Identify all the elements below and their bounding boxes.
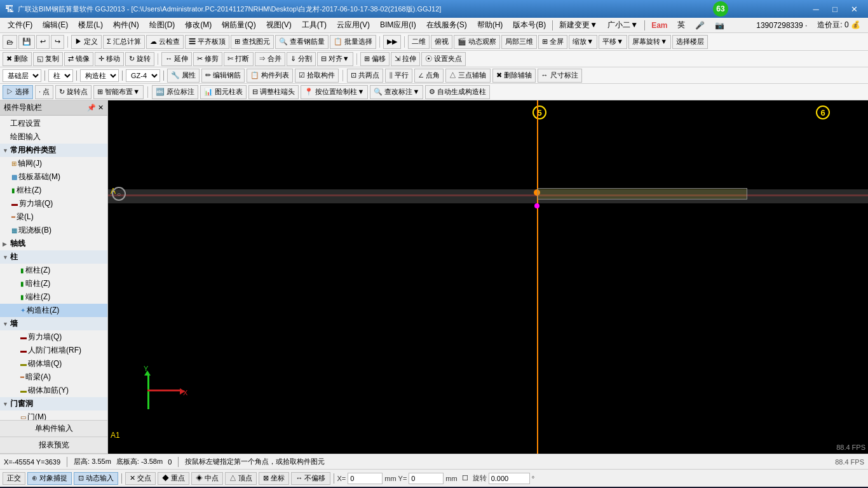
sidebar-item-masonryrebar[interactable]: ▬ 砌体加筋(Y)	[0, 384, 107, 397]
intersection-button[interactable]: ✕ 交点	[125, 472, 156, 485]
rotate-point-button[interactable]: ↻ 旋转点	[55, 85, 92, 99]
dynamic-view-button[interactable]: 🎬 动态观察	[454, 35, 500, 49]
menu-comp[interactable]: 构件(N)	[108, 18, 144, 32]
sidebar-item-beam[interactable]: ━ 梁(L)	[0, 210, 107, 224]
pick-comp-button[interactable]: ☑ 拾取构件	[295, 69, 339, 83]
split-button[interactable]: ⇓ 分割	[287, 52, 316, 66]
sidebar-section-axis[interactable]: ▶ 轴线	[0, 237, 107, 250]
cloud-check-button[interactable]: ☁ 云检查	[146, 35, 184, 49]
menu-floor[interactable]: 楼层(L)	[73, 18, 108, 32]
sidebar-section-wall[interactable]: ▼ 墙	[0, 317, 107, 330]
sidebar-item-structcol[interactable]: ✦ 构造柱(Z)	[0, 304, 107, 317]
menu-photo[interactable]: 📷	[710, 20, 729, 31]
sidebar-item-shearwall[interactable]: ▬ 剪力墙(Q)	[0, 197, 107, 210]
mirror-button[interactable]: ⇄ 镜像	[64, 52, 93, 66]
save-button[interactable]: 💾	[18, 35, 35, 49]
col-table-button[interactable]: 📊 图元柱表	[200, 85, 247, 99]
pan-button[interactable]: 平移▼	[599, 35, 627, 49]
minimize-button[interactable]: ─	[807, 2, 825, 16]
sidebar-section-doorwin[interactable]: ▼ 门窗洞	[0, 397, 107, 410]
menu-version[interactable]: 版本号(B)	[508, 18, 551, 32]
rotate-input[interactable]	[489, 473, 530, 484]
redo-button[interactable]: ↪	[51, 35, 64, 49]
comp-id-select[interactable]: GZ-4	[126, 69, 160, 82]
sidebar-item-endcol[interactable]: ▮ 端柱(Z)	[0, 290, 107, 304]
sidebar-item-hidbeam[interactable]: ━ 暗梁(A)	[0, 370, 107, 384]
menu-online[interactable]: 在线服务(S)	[421, 18, 472, 32]
menu-modify[interactable]: 修改(M)	[180, 18, 217, 32]
extend-button[interactable]: ↔ 延伸	[161, 52, 192, 66]
orthogonal-button[interactable]: 正交	[3, 472, 25, 485]
sidebar-item-civildefwall[interactable]: ▬ 人防门框墙(RF)	[0, 344, 107, 357]
object-snap-button[interactable]: ⊕ 对象捕捉	[27, 472, 72, 485]
canvas-area[interactable]: 5 6 A A1 ○ Y X 88.4 FPS	[108, 100, 868, 454]
select-tool-button[interactable]: ▷ 选择	[3, 85, 33, 99]
move-button[interactable]: ✛ 移动	[95, 52, 124, 66]
align-button[interactable]: ⊟ 对齐▼	[317, 52, 353, 66]
dimension-button[interactable]: ↔ 尺寸标注	[538, 69, 582, 83]
offset-button[interactable]: ⊞ 偏移	[360, 52, 390, 66]
more-button[interactable]: ▶▶	[383, 35, 401, 49]
sidebar-item-projsettings[interactable]: 工程设置	[0, 117, 107, 130]
smart-place-button[interactable]: ⊞ 智能布置▼	[93, 85, 144, 99]
point-tool-button[interactable]: · 点	[35, 85, 53, 99]
menu-edit[interactable]: 编辑(E)	[37, 18, 73, 32]
auto-struct-col-button[interactable]: ⚙ 自动生成构造柱	[425, 85, 490, 99]
delete-button[interactable]: ✖ 删除	[3, 52, 32, 66]
sidebar-item-door[interactable]: ▭ 门(M)	[0, 410, 107, 420]
sidebar-item-masonrywall[interactable]: ▬ 砌体墙(Q)	[0, 357, 107, 370]
screen-rotate-button[interactable]: 屏幕旋转▼	[628, 35, 671, 49]
menu-guangxiao[interactable]: 广小二▼	[602, 18, 643, 32]
menu-eam[interactable]: Eam	[646, 20, 672, 31]
sidebar-item-slab[interactable]: ▦ 现浇板(B)	[0, 224, 107, 237]
sidebar-item-framecol2[interactable]: ▮ 框柱(Z)	[0, 264, 107, 277]
close-button[interactable]: ✕	[845, 2, 863, 16]
x-input[interactable]	[348, 473, 383, 484]
menu-draw[interactable]: 绘图(D)	[144, 18, 180, 32]
menu-view[interactable]: 视图(V)	[261, 18, 297, 32]
inplace-mark-button[interactable]: 🔤 原位标注	[152, 85, 198, 99]
no-offset-button[interactable]: ↔ 不偏移	[291, 472, 330, 485]
trim-button[interactable]: ✂ 修剪	[193, 52, 222, 66]
zoom-button[interactable]: 缩放▼	[569, 35, 597, 49]
adj-col-end-button[interactable]: ⊟ 调整柱端头	[248, 85, 299, 99]
sidebar-pin-icon[interactable]: 📌 ✕	[87, 104, 104, 112]
edit-rebar-button[interactable]: ✏ 编辑钢筋	[201, 69, 245, 83]
place-col-pos-button[interactable]: 📍 按位置绘制柱▼	[301, 85, 368, 99]
menu-newchange[interactable]: 新建变更▼	[554, 18, 602, 32]
menu-file[interactable]: 文件(F)	[3, 18, 37, 32]
titlebar-controls[interactable]: ─ □ ✕	[807, 2, 863, 16]
comp-list-button[interactable]: 📋 构件列表	[247, 69, 293, 83]
top-view-button[interactable]: 俯视	[431, 35, 452, 49]
align-top-button[interactable]: ☰ 平齐板顶	[185, 35, 229, 49]
del-aux-button[interactable]: ✖ 删除辅轴	[492, 69, 536, 83]
menu-tools[interactable]: 工具(T)	[297, 18, 332, 32]
local-3d-button[interactable]: 局部三维	[501, 35, 537, 49]
define-button[interactable]: ▶ 定义	[71, 35, 102, 49]
menu-voice[interactable]: 🎤	[690, 20, 710, 31]
sidebar-section-col[interactable]: ▼ 柱	[0, 250, 107, 264]
merge-button[interactable]: ⇒ 合并	[255, 52, 285, 66]
copy-button[interactable]: ◱ 复制	[33, 52, 63, 66]
menu-rebar[interactable]: 钢筋量(Q)	[217, 18, 261, 32]
two-point-button[interactable]: ⊡ 共两点	[347, 69, 383, 83]
parallel-button[interactable]: ∥ 平行	[385, 69, 412, 83]
find-elem-button[interactable]: ⊞ 查找图元	[231, 35, 274, 49]
menu-cloud[interactable]: 云应用(V)	[332, 18, 375, 32]
break-button[interactable]: ✄ 打断	[224, 52, 253, 66]
endpoint-button[interactable]: ◆ 重点	[158, 472, 189, 485]
angle-button[interactable]: ∠ 点角	[414, 69, 444, 83]
batch-select-button[interactable]: 📋 批量选择	[330, 35, 376, 49]
maximize-button[interactable]: □	[826, 2, 844, 16]
menu-bim[interactable]: BIM应用(I)	[375, 18, 421, 32]
menu-help[interactable]: 帮助(H)	[472, 18, 508, 32]
query-mark-button[interactable]: 🔍 查改标注▼	[370, 85, 423, 99]
report-preview-button[interactable]: 报表预览	[0, 437, 107, 454]
sidebar-section-common[interactable]: ▼ 常用构件类型	[0, 144, 107, 157]
comp-subtype-select[interactable]: 构造柱	[80, 69, 119, 82]
dynamic-input-button[interactable]: ⊡ 动态输入	[74, 472, 118, 485]
open-button[interactable]: 🗁	[3, 35, 17, 49]
undo-button[interactable]: ↩	[36, 35, 50, 49]
select-floor-button[interactable]: 选择楼层	[672, 35, 708, 49]
vertex-button[interactable]: △ 顶点	[225, 472, 257, 485]
